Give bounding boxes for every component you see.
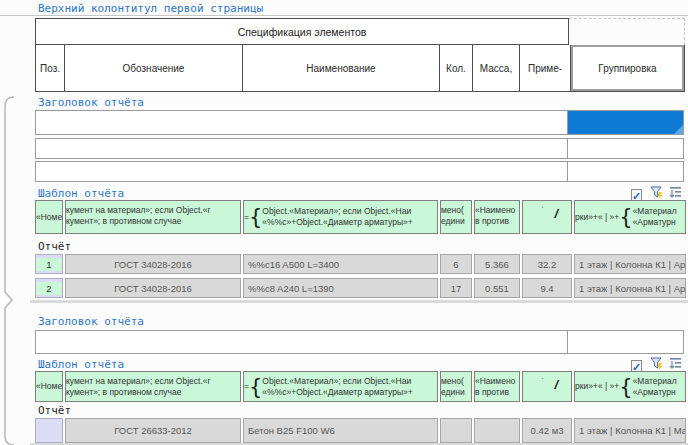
template-toolbar-1: ✓ [631, 186, 682, 199]
spec-col-qty[interactable]: Кол. [440, 45, 473, 91]
report-cell-qty[interactable] [440, 418, 472, 443]
report-header-cell-selected[interactable] [568, 111, 683, 134]
report-header-cell[interactable] [568, 139, 683, 158]
spec-col-note[interactable]: Приме- [520, 45, 571, 91]
tpl-cell-note[interactable]: · / [522, 371, 572, 402]
report-cell-grouping[interactable]: 1 этаж | Колонна К1 | Армат [574, 254, 686, 274]
spec-table: Спецификация элементов Поз. Обозначение … [35, 18, 685, 92]
tpl-cell-pos[interactable]: «Номер п [35, 200, 63, 234]
report-cell-pos[interactable] [35, 418, 63, 443]
tpl-cell-qty[interactable]: мено( едини [440, 371, 472, 402]
divider [0, 15, 688, 16]
tpl-cell-designation[interactable]: кумент на материал»; если Object.«г куме… [65, 200, 241, 234]
band-label-page-header: Верхний колонтитул первой страницы [38, 2, 263, 15]
spec-col-mass[interactable]: Масса, [473, 45, 520, 91]
report-cell-designation[interactable]: ГОСТ 34028-2016 [65, 278, 241, 298]
grouping-sort-icon[interactable] [669, 357, 682, 370]
report-header-row-2 [35, 138, 684, 159]
band-label-report-header-2: Заголовок отчёта [38, 315, 144, 328]
spec-col-pos[interactable]: Поз. [36, 45, 65, 91]
report-header-row-3 [35, 161, 684, 182]
band-label-report-2: Отчёт [38, 404, 71, 417]
report-cell-mass[interactable]: 0.551 [474, 278, 520, 298]
report-cell-qty[interactable]: 6 [440, 254, 472, 274]
report-cell-designation[interactable]: ГОСТ 34028-2016 [65, 254, 241, 274]
report-template-editor: Верхний колонтитул первой страницы Специ… [0, 0, 688, 445]
report-cell-note[interactable]: 9.4 [522, 278, 572, 298]
report-cell-note[interactable]: 32.2 [522, 254, 572, 274]
report-row: 2 ГОСТ 34028-2016 %%c8 A240 L=1390 17 0.… [35, 278, 686, 298]
report-cell-mass[interactable] [474, 418, 520, 443]
report-header-cell[interactable] [568, 331, 683, 353]
template-toolbar-2: ✓ [631, 357, 682, 370]
template-row-2: «Номер п кумент на материал»; если Objec… [35, 371, 686, 402]
spec-col-grouping[interactable]: Группировка [571, 45, 684, 91]
spec-col-name[interactable]: Наименование [243, 45, 440, 91]
report-cell-name[interactable]: %%c8 A240 L=1390 [243, 278, 438, 298]
tpl-cell-qty[interactable]: мено( едини [440, 200, 472, 234]
filter-icon[interactable] [650, 186, 663, 199]
spec-table-header-row: Поз. Обозначение Наименование Кол. Масса… [35, 45, 685, 92]
report-cell-pos[interactable]: 2 [35, 278, 63, 298]
report-header-row-1 [35, 110, 684, 135]
tpl-cell-mass[interactable]: «Наимено в против [474, 200, 520, 234]
report-cell-qty[interactable]: 17 [440, 278, 472, 298]
report-cell-name[interactable]: Бетон B25 F100 W6 [243, 418, 438, 443]
grouping-sort-icon[interactable] [669, 186, 682, 199]
report-row: ГОСТ 26633-2012 Бетон B25 F100 W6 0.42 м… [35, 418, 686, 443]
spec-table-title[interactable]: Спецификация элементов [35, 18, 569, 45]
report-cell-grouping[interactable]: 1 этаж | Колонна К1 | Армат [574, 278, 686, 298]
tpl-cell-grouping[interactable]: рки»+« | »+{ «Материал «Арматурн [574, 371, 686, 402]
report-cell-pos[interactable]: 1 [35, 254, 63, 274]
report-cell-name[interactable]: %%c16 A500 L=3400 [243, 254, 438, 274]
report-row: 1 ГОСТ 34028-2016 %%c16 A500 L=3400 6 5.… [35, 254, 686, 274]
tpl-cell-designation[interactable]: кумент на материал»; если Object.«г куме… [65, 371, 241, 402]
group-expander-bracket[interactable] [1, 95, 17, 445]
band-label-template-2: Шаблон отчёта [38, 358, 124, 371]
report-cell-designation[interactable]: ГОСТ 26633-2012 [65, 418, 241, 443]
report-header-cell[interactable] [36, 331, 568, 353]
band-separator [30, 300, 688, 303]
tpl-cell-note[interactable]: · / [522, 200, 572, 234]
band-label-report-1: Отчёт [38, 240, 71, 253]
tpl-cell-name[interactable]: ={ Object.«Материал»; если Object.«Наи «… [243, 200, 438, 234]
report-cell-note[interactable]: 0.42 м3 [522, 418, 572, 443]
report-cell-mass[interactable]: 5.366 [474, 254, 520, 274]
report-header-cell[interactable] [36, 111, 568, 134]
tpl-cell-grouping[interactable]: рки»+« | »+{ «Материал «Арматурн [574, 200, 686, 234]
filter-icon[interactable] [650, 357, 663, 370]
tpl-cell-pos[interactable]: «Номер п [35, 371, 63, 402]
report-cell-grouping[interactable]: 1 этаж | Колонна К1 | Матер [574, 418, 686, 443]
report-header-cell[interactable] [36, 162, 568, 181]
report-header2-row [35, 330, 684, 354]
report-header-cell[interactable] [568, 162, 683, 181]
band-label-report-header-1: Заголовок отчёта [38, 96, 144, 109]
band-label-template-1: Шаблон отчёта [38, 187, 124, 200]
spec-col-designation[interactable]: Обозначение [65, 45, 243, 91]
report-header-cell[interactable] [36, 139, 568, 158]
spec-table-dashed-cell[interactable] [569, 18, 685, 45]
tpl-cell-name[interactable]: ={ Object.«Материал»; если Object.«Наи «… [243, 371, 438, 402]
tpl-cell-mass[interactable]: «Наимено в против [474, 371, 520, 402]
template-row-1: «Номер п кумент на материал»; если Objec… [35, 200, 686, 234]
